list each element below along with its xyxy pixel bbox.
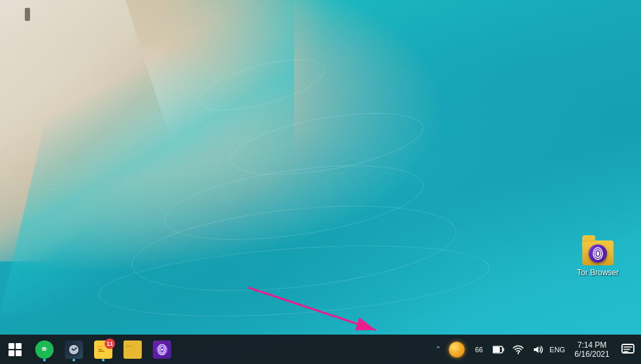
taskbar-clock[interactable]: 7:14 PM 6/16/2021 (569, 335, 615, 364)
yellow-notification-orb (449, 342, 465, 357)
svg-point-17 (518, 353, 519, 354)
spotify-icon (35, 340, 54, 359)
show-hidden-tray-button[interactable]: ⌃ (433, 342, 444, 356)
svg-point-2 (597, 252, 599, 256)
language-tray-item[interactable]: ENG (548, 340, 567, 359)
desktop-icon-tor-browser[interactable]: Tor Browser (574, 227, 621, 280)
svg-rect-9 (98, 350, 104, 351)
running-indicator (73, 359, 75, 361)
taskbar-app-steam[interactable] (59, 335, 88, 364)
file-explorer-badge: 11 (105, 339, 115, 349)
folder-icon (123, 340, 142, 359)
taskbar-pinned-apps: 11 (29, 335, 176, 364)
action-center-button[interactable] (615, 335, 641, 364)
clock-time: 7:14 PM (578, 340, 607, 350)
windows-logo-icon (8, 343, 22, 356)
svg-point-13 (161, 348, 163, 350)
svg-rect-16 (493, 347, 500, 352)
running-indicator (102, 359, 105, 361)
language-label: ENG (548, 346, 567, 354)
svg-rect-8 (98, 349, 102, 350)
svg-point-5 (39, 344, 49, 354)
tor-taskbar-icon (153, 340, 171, 359)
battery-tray-icon[interactable]: 66 (470, 340, 488, 359)
taskbar-app-folder[interactable] (118, 335, 147, 364)
tor-icon-label: Tor Browser (577, 268, 619, 277)
tor-onion-badge (589, 244, 607, 263)
svg-rect-15 (503, 348, 504, 351)
taskbar-app-spotify[interactable] (29, 335, 59, 364)
steam-icon (65, 340, 83, 359)
start-square-2 (16, 343, 22, 349)
desktop: Tor Browser (0, 0, 641, 364)
wifi-icon[interactable] (509, 340, 527, 359)
start-square-3 (8, 350, 14, 356)
tor-folder-shape (582, 240, 614, 265)
running-indicator (43, 359, 46, 361)
tor-icon-image (582, 230, 614, 265)
taskbar-app-tor[interactable] (147, 335, 176, 364)
volume-icon[interactable] (529, 340, 547, 359)
start-square-4 (16, 350, 22, 356)
start-square-1 (8, 343, 14, 349)
start-button[interactable] (0, 335, 29, 364)
system-tray: ⌃ 66 (430, 335, 569, 364)
clock-date: 6/16/2021 (574, 350, 609, 359)
taskbar-app-file-explorer[interactable]: 11 (88, 335, 118, 364)
battery-percentage: 66 (475, 346, 483, 354)
person-silhouette (25, 8, 30, 21)
battery-icon[interactable] (489, 340, 508, 359)
yellow-orb-tray-item[interactable] (448, 340, 466, 359)
taskbar: 11 (0, 335, 641, 364)
